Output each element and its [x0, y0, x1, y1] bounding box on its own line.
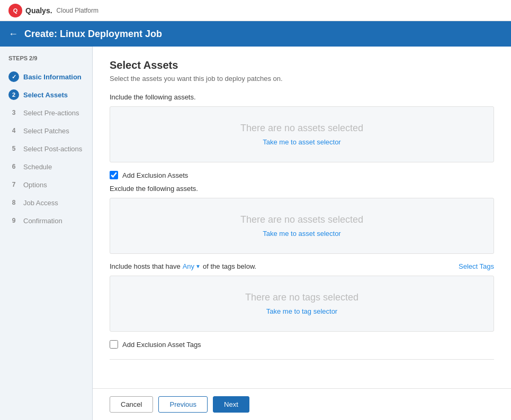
sidebar: STEPS 2/9 ✓ Basic Information 2 Select A… — [0, 47, 93, 420]
any-dropdown-label: Any — [183, 262, 194, 270]
header-title: Create: Linux Deployment Job — [24, 29, 162, 40]
sidebar-item-options-label: Options — [23, 181, 47, 189]
exclusion-tags-checkbox[interactable] — [110, 340, 118, 349]
sidebar-item-confirmation[interactable]: 9 Confirmation — [0, 212, 92, 230]
qualys-platform-name: Cloud Platform — [57, 7, 98, 14]
back-button[interactable]: ← — [8, 29, 18, 40]
take-me-to-asset-selector-link-exclude[interactable]: Take me to asset selector — [263, 230, 340, 238]
tags-row: Include hosts that have Any ▼ of the tag… — [110, 262, 494, 270]
exclusion-tags-row: Add Exclusion Asset Tags — [110, 340, 494, 349]
exclude-assets-box: There are no assets selected Take me to … — [110, 198, 494, 254]
no-tags-text: There are no tags selected — [245, 292, 358, 303]
header-title-main: Linux Deployment Job — [60, 29, 162, 39]
exclusion-assets-checkbox-label: Add Exclusion Assets — [122, 171, 188, 179]
content-scroll: Select Assets Select the assets you want… — [110, 59, 494, 413]
tags-box: There are no tags selected Take me to ta… — [110, 276, 494, 332]
include-assets-box: There are no assets selected Take me to … — [110, 106, 494, 162]
step-7-circle: 7 — [8, 179, 19, 190]
previous-button[interactable]: Previous — [158, 396, 208, 413]
qualys-logo: Q Qualys. Cloud Platform — [8, 4, 98, 17]
tags-prefix-text: Include hosts that have — [110, 262, 181, 270]
chevron-down-icon: ▼ — [195, 263, 201, 269]
exclude-assets-label: Exclude the following assets. — [110, 185, 494, 193]
next-button[interactable]: Next — [213, 396, 249, 413]
page-subtitle: Select the assets you want this job to d… — [110, 75, 494, 83]
cancel-button[interactable]: Cancel — [110, 396, 153, 413]
qualys-logo-circle: Q — [8, 4, 22, 17]
exclusion-assets-checkbox[interactable] — [110, 171, 118, 179]
sidebar-item-confirmation-label: Confirmation — [23, 217, 62, 225]
step-6-circle: 6 — [8, 161, 19, 172]
sidebar-item-select-assets-label: Select Assets — [23, 91, 68, 99]
exclusion-assets-row: Add Exclusion Assets — [110, 171, 494, 179]
qualys-brand-name: Qualys. — [25, 6, 52, 15]
page-title: Select Assets — [110, 59, 494, 71]
step-4-circle: 4 — [8, 125, 19, 136]
main-layout: STEPS 2/9 ✓ Basic Information 2 Select A… — [0, 47, 511, 420]
any-dropdown-button[interactable]: Any ▼ — [183, 262, 201, 270]
sidebar-item-options[interactable]: 7 Options — [0, 176, 92, 194]
take-me-to-asset-selector-link-include[interactable]: Take me to asset selector — [263, 138, 340, 146]
step-2-circle: 2 — [8, 89, 19, 100]
content-area: Select Assets Select the assets you want… — [93, 47, 511, 420]
sidebar-item-select-patches[interactable]: 4 Select Patches — [0, 122, 92, 140]
step-1-circle: ✓ — [8, 71, 19, 82]
include-assets-label: Include the following assets. — [110, 93, 494, 101]
sidebar-item-schedule[interactable]: 6 Schedule — [0, 158, 92, 176]
tags-suffix-text: of the tags below. — [203, 262, 256, 270]
step-3-circle: 3 — [8, 107, 19, 118]
select-tags-link[interactable]: Select Tags — [459, 262, 494, 270]
sidebar-item-select-pre-actions-label: Select Pre-actions — [23, 109, 79, 117]
sidebar-item-job-access[interactable]: 8 Job Access — [0, 194, 92, 212]
take-me-to-tag-selector-link[interactable]: Take me to tag selector — [266, 307, 337, 315]
sidebar-item-select-pre-actions[interactable]: 3 Select Pre-actions — [0, 104, 92, 122]
sidebar-item-basic-information-label: Basic Information — [23, 73, 82, 81]
footer-divider — [110, 359, 494, 360]
sidebar-item-select-post-actions-label: Select Post-actions — [23, 145, 82, 153]
sidebar-item-schedule-label: Schedule — [23, 163, 52, 171]
no-include-assets-text: There are no assets selected — [240, 123, 363, 134]
sidebar-item-select-patches-label: Select Patches — [23, 127, 69, 135]
steps-label: STEPS 2/9 — [0, 55, 92, 68]
sidebar-item-basic-information[interactable]: ✓ Basic Information — [0, 68, 92, 86]
step-9-circle: 9 — [8, 215, 19, 226]
tags-row-left: Include hosts that have Any ▼ of the tag… — [110, 262, 256, 270]
sidebar-item-select-post-actions[interactable]: 5 Select Post-actions — [0, 140, 92, 158]
step-8-circle: 8 — [8, 197, 19, 208]
step-5-circle: 5 — [8, 143, 19, 154]
sidebar-item-job-access-label: Job Access — [23, 199, 58, 207]
header-bar: ← Create: Linux Deployment Job — [0, 21, 511, 47]
header-title-prefix: Create: — [24, 29, 57, 39]
sidebar-item-select-assets[interactable]: 2 Select Assets — [0, 86, 92, 104]
no-exclude-assets-text: There are no assets selected — [240, 214, 363, 225]
footer: Cancel Previous Next — [93, 388, 511, 420]
exclusion-tags-checkbox-label: Add Exclusion Asset Tags — [122, 341, 201, 349]
top-bar: Q Qualys. Cloud Platform — [0, 0, 511, 21]
